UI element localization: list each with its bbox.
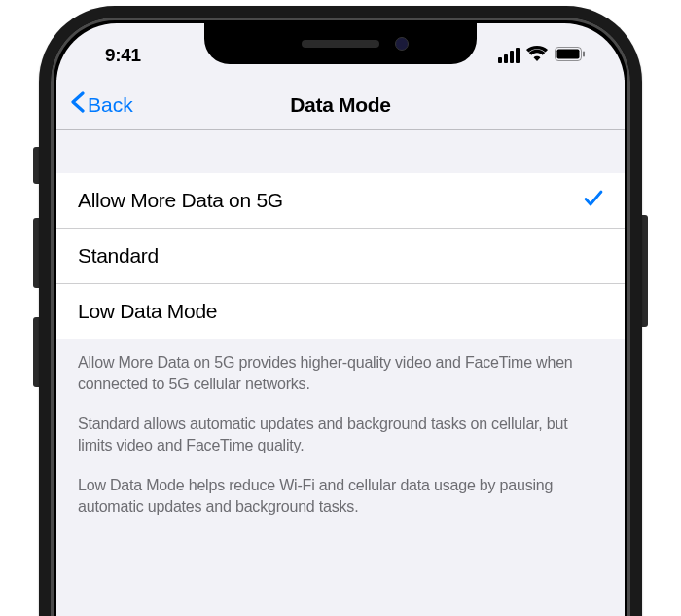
device-screen: 9:41 Back Data Mode xyxy=(56,23,625,616)
status-indicators xyxy=(498,46,593,65)
back-label: Back xyxy=(88,93,133,117)
iphone-device-frame: 9:41 Back Data Mode xyxy=(39,6,642,616)
chevron-left-icon xyxy=(70,91,85,118)
group-header-spacer xyxy=(56,130,625,173)
svg-rect-2 xyxy=(583,51,585,56)
speaker-grille xyxy=(302,40,379,48)
wifi-icon xyxy=(526,46,548,65)
checkmark-icon xyxy=(584,190,603,211)
power-button xyxy=(642,215,648,327)
notch xyxy=(204,23,477,64)
footer-description: Allow More Data on 5G provides higher-qu… xyxy=(56,339,625,531)
option-label: Allow More Data on 5G xyxy=(78,189,283,212)
battery-icon xyxy=(555,47,586,65)
status-time: 9:41 xyxy=(88,45,141,66)
side-buttons-right xyxy=(642,215,648,327)
front-camera xyxy=(395,37,409,51)
footer-p2: Standard allows automatic updates and ba… xyxy=(78,414,603,455)
navigation-bar: Back Data Mode xyxy=(56,80,625,130)
footer-p3: Low Data Mode helps reduce Wi-Fi and cel… xyxy=(78,475,603,517)
option-standard[interactable]: Standard xyxy=(56,229,625,284)
option-low-data-mode[interactable]: Low Data Mode xyxy=(56,284,625,339)
cellular-signal-icon xyxy=(498,48,520,63)
option-allow-more-data-5g[interactable]: Allow More Data on 5G xyxy=(56,173,625,229)
back-button[interactable]: Back xyxy=(70,91,133,118)
svg-rect-1 xyxy=(557,49,580,58)
page-title: Data Mode xyxy=(290,93,390,117)
footer-p1: Allow More Data on 5G provides higher-qu… xyxy=(78,352,603,394)
option-label: Low Data Mode xyxy=(78,300,217,323)
options-list: Allow More Data on 5G Standard Low Data … xyxy=(56,173,625,339)
option-label: Standard xyxy=(78,244,159,268)
